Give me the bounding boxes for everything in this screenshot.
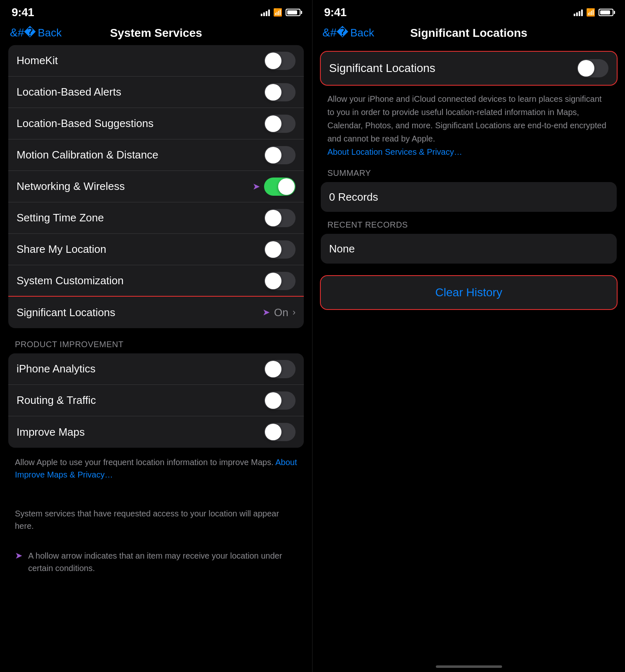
about-improve-maps-link[interactable]: About Improve Maps & Privacy… [15, 458, 297, 479]
significant-locations-description: Allow your iPhone and iCloud connected d… [312, 85, 625, 160]
toggle-networking-wireless[interactable] [264, 178, 296, 196]
chevron-left-icon-right: &#� [322, 27, 349, 38]
location-arrow-networking: ➤ [252, 181, 260, 192]
records-row[interactable]: 0 Records [321, 182, 617, 212]
clear-history-row[interactable]: Clear History [321, 276, 617, 309]
row-setting-time-zone[interactable]: Setting Time Zone [8, 202, 304, 234]
toggle-motion-calibration[interactable] [264, 146, 296, 164]
toggle-improve-maps[interactable] [264, 423, 296, 441]
about-location-services-link[interactable]: About Location Services & Privacy… [327, 147, 462, 156]
none-row: None [321, 234, 617, 264]
toggle-significant-locations-main[interactable] [577, 59, 608, 77]
row-routing-traffic[interactable]: Routing & Traffic [8, 385, 304, 416]
toggle-location-based-suggestions[interactable] [264, 115, 296, 133]
significant-locations-value: On [274, 306, 288, 319]
signal-icon-right [574, 9, 583, 16]
status-icons-left: 📶 [261, 8, 300, 17]
toggle-system-customization[interactable] [264, 272, 296, 290]
settings-list-left: HomeKit Location-Based Alerts Location-B… [0, 45, 312, 672]
row-significant-locations[interactable]: Significant Locations ➤ On › [8, 297, 304, 328]
product-improvement-label: PRODUCT IMPROVEMENT [0, 331, 312, 353]
battery-icon-right [599, 9, 613, 16]
none-label: None [329, 242, 355, 255]
product-improvement-group: iPhone Analytics Routing & Traffic Impro… [8, 353, 304, 448]
footer-system-services-note: System services that have requested acce… [0, 502, 312, 537]
toggle-homekit[interactable] [264, 52, 296, 70]
clear-history-label: Clear History [435, 286, 502, 299]
summary-section-label: SUMMARY [312, 160, 625, 182]
hollow-arrow-icon: ➤ [15, 550, 22, 561]
toggle-location-based-alerts[interactable] [264, 83, 296, 101]
significant-locations-main-row[interactable]: Significant Locations [321, 52, 617, 85]
status-icons-right: 📶 [574, 8, 613, 17]
row-motion-calibration[interactable]: Motion Calibration & Distance [8, 139, 304, 171]
toggle-share-my-location[interactable] [264, 240, 296, 259]
recent-records-group: None [321, 234, 617, 264]
recent-records-section-label: RECENT RECORDS [312, 212, 625, 234]
row-location-based-alerts[interactable]: Location-Based Alerts [8, 77, 304, 108]
significant-locations-main-label: Significant Locations [329, 62, 435, 75]
toggle-iphone-analytics[interactable] [264, 360, 296, 378]
row-share-my-location[interactable]: Share My Location [8, 234, 304, 265]
back-button-left[interactable]: &#� Back [10, 26, 62, 39]
row-networking-wireless[interactable]: Networking & Wireless ➤ [8, 171, 304, 202]
left-panel: 9:41 📶 &#� Back System Services Home [0, 0, 312, 672]
footer-hollow-arrow-note: A hollow arrow indicates that an item ma… [28, 550, 297, 574]
right-panel: 9:41 📶 &#� Back Significant Locations Si… [312, 0, 625, 672]
nav-bar-left: &#� Back System Services [0, 22, 312, 45]
battery-icon-left [286, 9, 300, 16]
wifi-icon-right: 📶 [586, 8, 595, 17]
row-location-based-suggestions[interactable]: Location-Based Suggestions [8, 108, 304, 139]
chevron-left-icon: &#� [10, 27, 36, 38]
summary-group: 0 Records [321, 182, 617, 212]
main-settings-group: HomeKit Location-Based Alerts Location-B… [8, 45, 304, 328]
toggle-setting-time-zone[interactable] [264, 209, 296, 227]
nav-bar-right: &#� Back Significant Locations [312, 22, 625, 45]
location-arrow-significant: ➤ [262, 307, 270, 318]
status-bar-left: 9:41 📶 [0, 0, 312, 22]
toggle-routing-traffic[interactable] [264, 391, 296, 410]
row-homekit[interactable]: HomeKit [8, 45, 304, 77]
home-indicator-right [312, 655, 625, 672]
chevron-right-icon-significant: › [293, 307, 296, 318]
status-time-right: 9:41 [324, 6, 346, 19]
signal-icon-left [261, 9, 270, 16]
row-improve-maps[interactable]: Improve Maps [8, 416, 304, 448]
back-button-right[interactable]: &#� Back [322, 26, 374, 39]
wifi-icon-left: 📶 [273, 8, 282, 17]
nav-title-right: Significant Locations [410, 26, 527, 40]
status-time-left: 9:41 [12, 6, 34, 19]
row-system-customization[interactable]: System Customization [8, 265, 304, 297]
status-bar-right: 9:41 📶 [312, 0, 625, 22]
records-label: 0 Records [329, 191, 378, 204]
footer-improve-maps: Allow Apple to use your frequent locatio… [0, 451, 312, 486]
row-iphone-analytics[interactable]: iPhone Analytics [8, 353, 304, 385]
nav-title-left: System Services [110, 26, 202, 40]
